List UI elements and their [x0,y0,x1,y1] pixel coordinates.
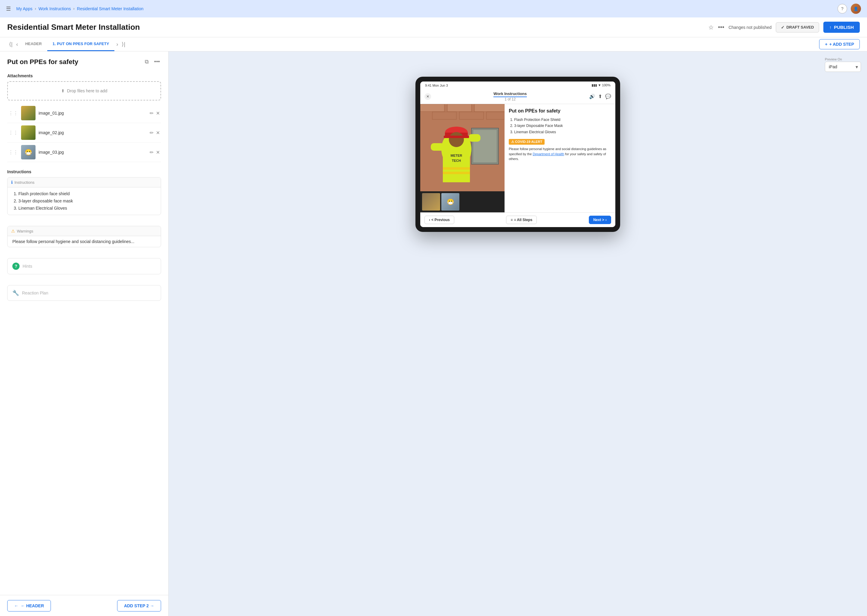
draft-saved-label: DRAFT SAVED [786,25,814,30]
ipad-next-button[interactable]: Next > › [589,216,611,224]
back-header-label: ← HEADER [21,603,44,608]
ipad-thumb-1[interactable] [422,193,440,211]
star-button[interactable]: ☆ [708,24,714,31]
copy-step-button[interactable]: ⧉ [143,57,150,66]
step-nav-next[interactable]: › [114,38,120,51]
publish-label: PUBLISH [834,25,854,30]
preview-on-label: Preview On [825,57,861,61]
attachments-label: Attachments [7,73,161,78]
tab-step-1[interactable]: 1. PUT ON PPES FOR SAFETY [47,37,115,51]
add-step-2-button[interactable]: ADD STEP 2 → [117,600,161,611]
add-step-button[interactable]: + + ADD STEP [819,39,860,49]
hint-icon: ? [13,262,20,270]
publish-button[interactable]: ↑ PUBLISH [823,22,860,33]
ipad-list-icon: ≡ [511,218,513,222]
file-actions-1: ✏ ✕ [150,110,160,116]
ipad-all-steps-button[interactable]: ≡ ≡ All Steps [506,216,537,224]
main-content: Put on PPEs for safety ⧉ ••• Attachments… [0,52,867,616]
ipad-chat-button[interactable]: 💬 [605,94,611,99]
warnings-content[interactable]: Please follow personal hygiene and socia… [8,236,161,247]
warning-icon: ⚠ [11,229,15,233]
step-nav-prev[interactable]: ‹ [14,38,20,51]
help-button[interactable]: ? [837,4,847,14]
attachments-section: Attachments ⬆ Drop files here to add ⋮⋮ … [0,70,168,166]
drop-zone[interactable]: ⬆ Drop files here to add [7,81,161,101]
help-icon: ? [841,6,843,11]
instruction-item: Lineman Electrical Gloves [18,205,156,212]
step-more-button[interactable]: ••• [153,57,161,66]
hints-section: ? Hints [0,255,168,281]
remove-file-1-button[interactable]: ✕ [156,110,160,116]
hints-label: Hints [22,264,32,269]
ipad-previous-button[interactable]: ‹ < Previous [424,216,454,224]
edit-file-2-button[interactable]: ✏ [150,130,153,136]
svg-text:TECH: TECH [452,159,461,162]
hamburger-icon[interactable]: ☰ [6,5,11,12]
breadcrumb-my-apps[interactable]: My Apps [16,6,33,11]
reaction-label: Reaction Plan [22,291,48,295]
dept-health-link[interactable]: Department of Health [533,152,564,156]
remove-file-2-button[interactable]: ✕ [156,130,160,136]
drag-handle-3[interactable]: ⋮⋮ [8,149,18,155]
remove-file-3-button[interactable]: ✕ [156,149,160,155]
instructions-content[interactable]: Flash protection face shield 3-layer dis… [8,187,161,215]
svg-rect-15 [431,143,445,151]
ipad-close-button[interactable]: ✕ [424,93,431,100]
avatar[interactable]: 👤 [851,4,861,14]
avatar-initials: 👤 [853,6,858,11]
ipad-image-column: METER TECH [420,104,504,212]
ipad-text-column: Put on PPEs for safety Flash Protection … [504,104,615,212]
page-title: Residential Smart Meter Installation [7,22,140,32]
file-thumb-1 [21,106,36,120]
step-nav-last[interactable]: ⟩| [120,37,127,51]
preview-device-select[interactable]: iPad iPhone Desktop [825,62,861,72]
step-nav-first[interactable]: ⟨| [7,37,14,51]
hints-collapsible[interactable]: ? Hints [7,258,161,274]
ipad-instructions-list: Flash Protection Face Shield 3-layer Dis… [509,117,611,135]
breadcrumb: My Apps › Work Instructions › Residentia… [16,6,143,11]
header-actions: ☆ ••• Changes not published ✓ DRAFT SAVE… [708,22,860,33]
info-icon: ℹ [11,180,13,185]
file-name-1: image_01.jpg [39,111,147,115]
back-header-button[interactable]: ← ← HEADER [7,600,51,611]
ipad-thumb-2[interactable]: 😷 [441,193,459,211]
ipad-share-button[interactable]: ⬆ [598,94,602,99]
edit-file-3-button[interactable]: ✏ [150,149,153,155]
ipad-app-icons: 🔊 ⬆ 💬 [589,94,611,99]
ipad-volume-button[interactable]: 🔊 [589,94,595,99]
tab-header[interactable]: HEADER [20,37,47,51]
file-actions-3: ✏ ✕ [150,149,160,155]
file-actions-2: ✏ ✕ [150,130,160,136]
ipad-time: 9:41 Mon Jun 3 [425,83,448,87]
drag-handle-1[interactable]: ⋮⋮ [8,110,18,116]
edit-file-1-button[interactable]: ✏ [150,110,153,116]
svg-rect-14 [443,172,470,174]
step-header: Put on PPEs for safety ⧉ ••• [0,52,168,70]
instructions-sub-label: Instructions [14,180,34,185]
drag-handle-2[interactable]: ⋮⋮ [8,130,18,136]
warnings-header: ⚠ Warnings [8,226,161,236]
breadcrumb-sep-1: › [35,6,36,11]
ipad-bottom-nav: ‹ < Previous ≡ ≡ All Steps Next > › [420,212,615,227]
step-title: Put on PPEs for safety [7,58,78,66]
ipad-app-bar: ✕ Work Instructions 1 of 12 🔊 ⬆ 💬 [420,89,615,104]
ipad-list-item: Flash Protection Face Shield [514,117,611,123]
ipad-app-title: Work Instructions [493,91,527,96]
draft-saved-button[interactable]: ✓ DRAFT SAVED [776,22,819,33]
svg-text:METER: METER [451,154,462,157]
select-wrapper: iPad iPhone Desktop ▾ [825,62,861,72]
more-options-button[interactable]: ••• [718,24,724,31]
add-step-label: + ADD STEP [829,42,854,47]
instructions-header: ℹ Instructions [8,178,161,187]
file-name-2: image_02.jpg [39,130,147,135]
ipad-list-item: 3-layer Disposable Face Mask [514,123,611,129]
reaction-collapsible[interactable]: 🔧 Reaction Plan [7,285,161,301]
ipad-prev-icon: ‹ [429,218,430,222]
plus-icon: + [825,42,827,47]
file-item: ⋮⋮ image_02.jpg ✏ ✕ [7,123,161,143]
svg-rect-10 [443,143,470,182]
ipad-next-icon: › [605,218,607,222]
breadcrumb-work-instructions[interactable]: Work Instructions [39,6,71,11]
file-item: ⋮⋮ image_01.jpg ✏ ✕ [7,104,161,123]
top-nav-bar: ☰ My Apps › Work Instructions › Resident… [0,0,867,17]
